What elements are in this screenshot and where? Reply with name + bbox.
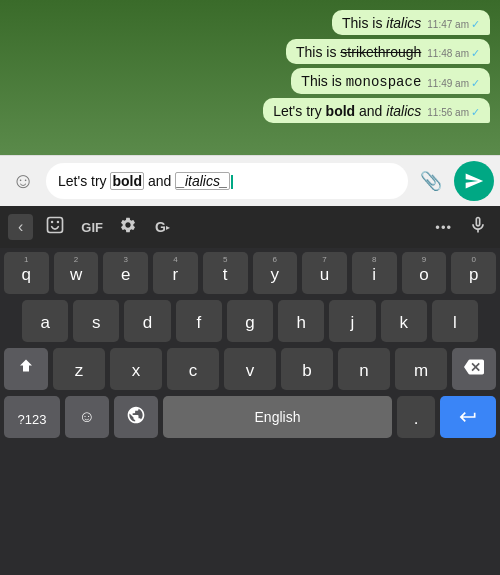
key-v[interactable]: v: [224, 348, 276, 390]
key-k[interactable]: k: [381, 300, 427, 342]
key-w[interactable]: 2w: [54, 252, 99, 294]
bold-text: bold: [326, 103, 356, 119]
message-input[interactable]: Let's try bold and _italics_: [46, 163, 408, 199]
keyboard-row-bottom: ?123 ☺ English .: [4, 396, 496, 444]
settings-button[interactable]: [113, 212, 143, 242]
svg-rect-0: [48, 218, 63, 233]
space-label: English: [255, 409, 301, 425]
key-q[interactable]: 1q: [4, 252, 49, 294]
more-icon: •••: [435, 220, 452, 235]
keyboard-back-button[interactable]: ‹: [8, 214, 33, 240]
key-b[interactable]: b: [281, 348, 333, 390]
message-bubble: This is monospace 11:49 am ✓: [291, 68, 490, 94]
keyboard-row-2: a s d f g h j k l: [4, 300, 496, 342]
key-m[interactable]: m: [395, 348, 447, 390]
gif-label: GIF: [81, 220, 103, 235]
shift-key[interactable]: [4, 348, 48, 390]
translate-button[interactable]: G ▸: [149, 215, 176, 239]
svg-point-1: [51, 221, 54, 224]
keyboard-row-3: z x c v b n m: [4, 348, 496, 390]
input-bar: ☺ Let's try bold and _italics_ 📎: [0, 155, 500, 206]
globe-key[interactable]: [114, 396, 158, 438]
send-icon: [464, 171, 484, 191]
keyboard-toolbar: ‹ GIF G ▸ •••: [0, 206, 500, 248]
key-j[interactable]: j: [329, 300, 375, 342]
message-time: 11:56 am ✓: [427, 106, 480, 119]
chat-area: This is italics 11:47 am ✓ This is strik…: [0, 0, 500, 155]
italic-text: italics: [386, 15, 421, 31]
message-text: Let's try bold and italics: [273, 103, 421, 119]
numbers-label: ?123: [18, 412, 47, 427]
key-f[interactable]: f: [176, 300, 222, 342]
input-text: Let's try bold and _italics_: [58, 173, 396, 189]
key-g[interactable]: g: [227, 300, 273, 342]
key-d[interactable]: d: [124, 300, 170, 342]
sticker-button[interactable]: [39, 211, 71, 243]
backspace-icon: [464, 357, 484, 381]
key-a[interactable]: a: [22, 300, 68, 342]
globe-icon: [126, 405, 146, 430]
key-p[interactable]: 0p: [451, 252, 496, 294]
space-key[interactable]: English: [163, 396, 392, 438]
translate-icon: G: [155, 219, 166, 235]
paperclip-icon: 📎: [420, 170, 442, 192]
sticker-icon: [45, 215, 65, 239]
shift-icon: [17, 358, 35, 380]
chevron-left-icon: ‹: [18, 218, 23, 236]
attach-button[interactable]: 📎: [414, 164, 448, 198]
key-h[interactable]: h: [278, 300, 324, 342]
italic-text: italics: [386, 103, 421, 119]
gear-icon: [119, 216, 137, 238]
send-button[interactable]: [454, 161, 494, 201]
key-x[interactable]: x: [110, 348, 162, 390]
tick-icon: ✓: [471, 106, 480, 119]
message-time: 11:47 am ✓: [427, 18, 480, 31]
emoji-icon: ☺: [12, 168, 34, 194]
message-time: 11:49 am ✓: [427, 77, 480, 90]
bold-marker: bold: [110, 172, 144, 190]
key-s[interactable]: s: [73, 300, 119, 342]
text-cursor: [231, 175, 233, 189]
gif-button[interactable]: GIF: [77, 218, 107, 237]
emoji-keyboard-key[interactable]: ☺: [65, 396, 109, 438]
emoji-button[interactable]: ☺: [6, 164, 40, 198]
tick-icon: ✓: [471, 77, 480, 90]
emoji-face-icon: ☺: [79, 408, 95, 426]
key-r[interactable]: 4r: [153, 252, 198, 294]
period-key[interactable]: .: [397, 396, 435, 438]
strikethrough-text: strikethrough: [340, 44, 421, 60]
key-t[interactable]: 5t: [203, 252, 248, 294]
italic-marker: _italics_: [175, 172, 230, 190]
delete-key[interactable]: [452, 348, 496, 390]
message-bubble: This is italics 11:47 am ✓: [332, 10, 490, 35]
keyboard-row-1: 1q 2w 3e 4r 5t 6y 7u 8i 9o 0p: [4, 252, 496, 294]
key-l[interactable]: l: [432, 300, 478, 342]
enter-key[interactable]: [440, 396, 496, 438]
period-label: .: [414, 409, 419, 429]
enter-icon: [458, 407, 478, 427]
svg-point-2: [57, 221, 60, 224]
key-z[interactable]: z: [53, 348, 105, 390]
message-bubble: Let's try bold and italics 11:56 am ✓: [263, 98, 490, 123]
numbers-key[interactable]: ?123: [4, 396, 60, 438]
message-text: This is monospace: [301, 73, 421, 90]
key-o[interactable]: 9o: [402, 252, 447, 294]
tick-icon: ✓: [471, 47, 480, 60]
tick-icon: ✓: [471, 18, 480, 31]
message-text: This is italics: [342, 15, 421, 31]
key-e[interactable]: 3e: [103, 252, 148, 294]
more-button[interactable]: •••: [429, 216, 458, 239]
key-n[interactable]: n: [338, 348, 390, 390]
mic-button[interactable]: [464, 211, 492, 244]
key-i[interactable]: 8i: [352, 252, 397, 294]
key-y[interactable]: 6y: [253, 252, 298, 294]
monospace-text: monospace: [346, 74, 422, 90]
message-bubble: This is strikethrough 11:48 am ✓: [286, 39, 490, 64]
key-c[interactable]: c: [167, 348, 219, 390]
message-time: 11:48 am ✓: [427, 47, 480, 60]
keyboard-main: 1q 2w 3e 4r 5t 6y 7u 8i 9o 0p a s d f g …: [0, 248, 500, 575]
microphone-icon: [468, 219, 488, 239]
key-u[interactable]: 7u: [302, 252, 347, 294]
message-text: This is strikethrough: [296, 44, 421, 60]
